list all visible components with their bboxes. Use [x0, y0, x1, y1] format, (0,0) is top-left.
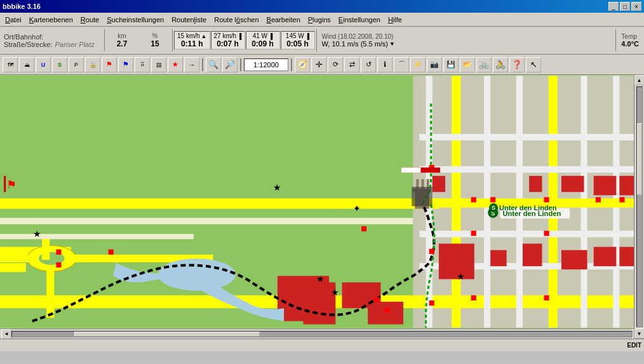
svg-rect-23	[419, 134, 644, 140]
svg-rect-9	[0, 255, 29, 262]
speed-15-arrow[interactable]: ▲	[201, 33, 207, 39]
hscroll-left-button[interactable]: ◄	[1, 329, 11, 339]
menu-sucheinstellungen[interactable]: Sucheinstellungen	[103, 15, 168, 25]
power-41-label: 41 W	[253, 32, 267, 39]
svg-rect-26	[419, 231, 644, 237]
toolbar-stripes-icon[interactable]: ▤	[151, 57, 166, 72]
toolbar-flag-red-icon[interactable]: ⚑	[102, 57, 117, 72]
toolbar-tram-icon[interactable]: 🚋	[85, 57, 100, 72]
menu-datei[interactable]: Datei	[1, 15, 25, 25]
speed-27-time: 0:07 h	[217, 39, 239, 48]
ort-label: Ort/Bahnhof:	[4, 33, 100, 41]
toolbar-camera-icon[interactable]: 📷	[427, 57, 442, 72]
toolbar-compass-icon[interactable]: 🧭	[295, 57, 310, 72]
svg-rect-62	[385, 307, 390, 313]
map-and-hscroll: ★ ✦ ★ ★ ★ ★	[0, 75, 644, 339]
toolbar-arrow-icon[interactable]: →	[184, 57, 199, 72]
menu-route[interactable]: Route	[77, 15, 103, 25]
zoom-level-input[interactable]: 1:12000	[244, 58, 288, 71]
menu-kartenebenen[interactable]: Kartenebenen	[25, 15, 77, 25]
km-stat: km 2.7	[106, 28, 138, 53]
svg-rect-37	[433, 176, 445, 192]
station-circle-1: S	[489, 203, 498, 212]
svg-text:★: ★	[273, 182, 281, 192]
svg-rect-39	[561, 176, 584, 192]
toolbar-info-icon[interactable]: ℹ	[377, 57, 392, 72]
svg-rect-74	[544, 295, 549, 300]
toolbar-star-icon[interactable]: ★	[168, 57, 183, 72]
toolbar-bike-icon[interactable]: 🚲	[476, 57, 492, 72]
power-145-indicator: ▐	[305, 33, 309, 39]
menu-einstellungen[interactable]: Einstellungen	[335, 15, 384, 25]
toolbar-lightning-icon[interactable]: ⚡	[410, 57, 426, 72]
horizontal-scrollbar: ◄ ►	[0, 328, 644, 339]
svg-rect-64	[429, 249, 434, 254]
svg-rect-30	[490, 250, 506, 266]
toolbar: 🗺 ⛰ U S P 🚋 ⚑ ⚑ ⠿ ▤ ★ → 🔍 🔎 1:12000 🧭 ✛ …	[0, 55, 644, 75]
toolbar-cursor-icon[interactable]: ↖	[526, 57, 541, 72]
toolbar-ubahn-icon[interactable]: U	[36, 57, 51, 72]
svg-rect-69	[596, 197, 601, 202]
menu-hilfe[interactable]: Hilfe	[384, 15, 406, 25]
vscroll-down-button[interactable]: ▼	[634, 328, 645, 339]
wind-dropdown-arrow[interactable]: ▼	[389, 41, 395, 47]
menu-routenliste[interactable]: Routenliste	[168, 15, 210, 25]
svg-text:★: ★	[457, 271, 465, 281]
toolbar-flag-blue-icon[interactable]: ⚑	[118, 57, 133, 72]
toolbar-crosshair-icon[interactable]: ✛	[311, 57, 326, 72]
toolbar-route-icon[interactable]: ⟳	[328, 57, 343, 72]
svg-rect-5	[0, 198, 439, 208]
svg-rect-33	[594, 176, 617, 195]
hscroll-track[interactable]	[11, 331, 633, 337]
svg-text:✦: ✦	[353, 203, 361, 213]
edit-label: EDIT	[627, 342, 641, 349]
menu-bearbeiten[interactable]: Bearbeiten	[263, 15, 304, 25]
toolbar-refresh-icon[interactable]: ↺	[361, 57, 376, 72]
vscroll-thumb[interactable]	[637, 123, 642, 195]
vertical-scrollbar: ▲ ▼	[634, 75, 644, 339]
speed-27-label: 27 km/h	[214, 32, 237, 39]
toolbar-load-icon[interactable]: 📂	[460, 57, 475, 72]
svg-rect-63	[429, 300, 434, 306]
toolbar-dots-icon[interactable]: ⠿	[135, 57, 150, 72]
toolbar-curve-icon[interactable]: ⌒	[394, 57, 409, 72]
temp-section: Temp 4.0°C	[617, 28, 643, 53]
temp-label: Temp	[621, 33, 639, 40]
titlebar: bbbike 3.16 _ □ ×	[0, 0, 644, 13]
svg-rect-72	[544, 231, 549, 236]
toolbar-exchange-icon[interactable]: ⇄	[344, 57, 359, 72]
wind-value: W, 10.1 m/s (5.5 m/s)	[322, 40, 389, 48]
toolbar-question-icon[interactable]: ❓	[509, 57, 525, 72]
hscroll-thumb[interactable]	[74, 332, 260, 337]
toolbar-zoom-out-button[interactable]: 🔎	[222, 57, 238, 72]
wind-title: Wind (18.02.2008, 20.10)	[322, 33, 611, 40]
speed-section: 15 km/h ▲ 0:11 h 27 km/h ▐ 0:07 h 41 W ▐…	[174, 28, 315, 53]
svg-rect-70	[619, 197, 624, 202]
app-title: bbbike 3.16	[3, 3, 41, 10]
separator-1	[202, 58, 203, 71]
toolbar-save-icon[interactable]: 💾	[443, 57, 459, 72]
toolbar-sbahn-icon[interactable]: S	[52, 57, 67, 72]
power-41-indicator: ▐	[269, 33, 272, 39]
toolbar-terrain-icon[interactable]: ⛰	[19, 57, 34, 72]
toolbar-map-icon[interactable]: 🗺	[3, 57, 18, 72]
vscroll-up-button[interactable]: ▲	[634, 75, 645, 85]
vscroll-track[interactable]	[636, 86, 643, 327]
maximize-button[interactable]: □	[620, 2, 630, 11]
svg-rect-71	[471, 231, 476, 236]
svg-rect-59	[56, 262, 61, 267]
wind-section: Wind (18.02.2008, 20.10) W, 10.1 m/s (5.…	[318, 28, 615, 53]
location-section: Ort/Bahnhof: Straße/Strecke: Pariser Pla…	[1, 28, 103, 53]
svg-text:★: ★	[316, 274, 325, 285]
toolbar-parking-icon[interactable]: P	[69, 57, 84, 72]
minimize-button[interactable]: _	[608, 2, 619, 11]
map-canvas[interactable]: ★ ✦ ★ ★ ★ ★	[0, 75, 644, 328]
svg-rect-24	[419, 166, 644, 173]
menu-route-loeschen[interactable]: Route löschen	[210, 15, 262, 25]
svg-rect-66	[471, 197, 476, 202]
close-button[interactable]: ×	[631, 2, 641, 11]
svg-text:★: ★	[33, 229, 41, 239]
toolbar-zoom-in-button[interactable]: 🔍	[206, 57, 221, 72]
toolbar-bike2-icon[interactable]: 🚴	[493, 57, 508, 72]
menu-plugins[interactable]: Plugins	[304, 15, 335, 25]
